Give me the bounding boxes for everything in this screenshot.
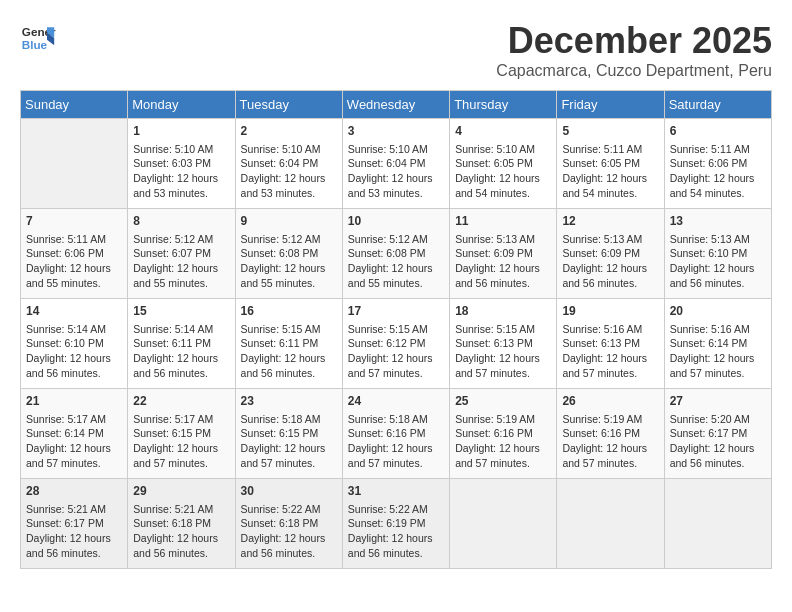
cell-content-line: Sunrise: 5:10 AM <box>348 142 444 157</box>
cell-content-line: and 55 minutes. <box>348 276 444 291</box>
calendar-cell: 29Sunrise: 5:21 AMSunset: 6:18 PMDayligh… <box>128 479 235 569</box>
cell-content-line: Sunset: 6:03 PM <box>133 156 229 171</box>
calendar-cell: 5Sunrise: 5:11 AMSunset: 6:05 PMDaylight… <box>557 119 664 209</box>
cell-content-line: Sunrise: 5:19 AM <box>455 412 551 427</box>
cell-content-line: Sunrise: 5:14 AM <box>26 322 122 337</box>
cell-content-line: and 56 minutes. <box>562 276 658 291</box>
calendar-cell: 20Sunrise: 5:16 AMSunset: 6:14 PMDayligh… <box>664 299 771 389</box>
cell-content-line: Daylight: 12 hours <box>133 171 229 186</box>
day-number: 24 <box>348 393 444 410</box>
cell-content-line: Sunrise: 5:15 AM <box>455 322 551 337</box>
cell-content-line: Daylight: 12 hours <box>26 531 122 546</box>
week-row: 28Sunrise: 5:21 AMSunset: 6:17 PMDayligh… <box>21 479 772 569</box>
logo-icon: General Blue <box>20 20 56 56</box>
calendar-cell: 18Sunrise: 5:15 AMSunset: 6:13 PMDayligh… <box>450 299 557 389</box>
cell-content-line: Sunrise: 5:12 AM <box>241 232 337 247</box>
cell-content-line: Sunrise: 5:16 AM <box>562 322 658 337</box>
day-number: 29 <box>133 483 229 500</box>
day-number: 21 <box>26 393 122 410</box>
cell-content-line: Daylight: 12 hours <box>670 171 766 186</box>
calendar-table: SundayMondayTuesdayWednesdayThursdayFrid… <box>20 90 772 569</box>
cell-content-line: Sunset: 6:14 PM <box>26 426 122 441</box>
day-number: 31 <box>348 483 444 500</box>
cell-content-line: Sunrise: 5:10 AM <box>133 142 229 157</box>
day-number: 12 <box>562 213 658 230</box>
cell-content-line: Sunset: 6:08 PM <box>348 246 444 261</box>
cell-content-line: Sunrise: 5:16 AM <box>670 322 766 337</box>
cell-content-line: Sunrise: 5:22 AM <box>241 502 337 517</box>
cell-content-line: Sunrise: 5:10 AM <box>241 142 337 157</box>
cell-content-line: Daylight: 12 hours <box>670 351 766 366</box>
cell-content-line: Daylight: 12 hours <box>348 171 444 186</box>
cell-content-line: Sunset: 6:06 PM <box>26 246 122 261</box>
calendar-cell: 14Sunrise: 5:14 AMSunset: 6:10 PMDayligh… <box>21 299 128 389</box>
cell-content-line: Daylight: 12 hours <box>133 531 229 546</box>
cell-content-line: and 54 minutes. <box>562 186 658 201</box>
calendar-cell: 6Sunrise: 5:11 AMSunset: 6:06 PMDaylight… <box>664 119 771 209</box>
cell-content-line: and 56 minutes. <box>26 546 122 561</box>
cell-content-line: Sunrise: 5:20 AM <box>670 412 766 427</box>
calendar-cell: 12Sunrise: 5:13 AMSunset: 6:09 PMDayligh… <box>557 209 664 299</box>
cell-content-line: Daylight: 12 hours <box>562 171 658 186</box>
cell-content-line: Sunrise: 5:21 AM <box>133 502 229 517</box>
cell-content-line: Daylight: 12 hours <box>26 261 122 276</box>
calendar-cell: 10Sunrise: 5:12 AMSunset: 6:08 PMDayligh… <box>342 209 449 299</box>
day-number: 15 <box>133 303 229 320</box>
cell-content-line: Daylight: 12 hours <box>241 261 337 276</box>
calendar-cell: 31Sunrise: 5:22 AMSunset: 6:19 PMDayligh… <box>342 479 449 569</box>
cell-content-line: Sunset: 6:04 PM <box>241 156 337 171</box>
cell-content-line: Daylight: 12 hours <box>562 351 658 366</box>
day-header-thursday: Thursday <box>450 91 557 119</box>
cell-content-line: Daylight: 12 hours <box>562 261 658 276</box>
cell-content-line: Sunset: 6:06 PM <box>670 156 766 171</box>
cell-content-line: Daylight: 12 hours <box>348 261 444 276</box>
cell-content-line: and 53 minutes. <box>241 186 337 201</box>
day-number: 20 <box>670 303 766 320</box>
cell-content-line: Daylight: 12 hours <box>241 441 337 456</box>
cell-content-line: Daylight: 12 hours <box>241 531 337 546</box>
calendar-cell: 27Sunrise: 5:20 AMSunset: 6:17 PMDayligh… <box>664 389 771 479</box>
cell-content-line: Sunset: 6:18 PM <box>133 516 229 531</box>
calendar-cell: 28Sunrise: 5:21 AMSunset: 6:17 PMDayligh… <box>21 479 128 569</box>
day-number: 22 <box>133 393 229 410</box>
cell-content-line: and 57 minutes. <box>348 366 444 381</box>
cell-content-line: and 57 minutes. <box>562 456 658 471</box>
calendar-cell: 8Sunrise: 5:12 AMSunset: 6:07 PMDaylight… <box>128 209 235 299</box>
day-number: 2 <box>241 123 337 140</box>
cell-content-line: Daylight: 12 hours <box>348 531 444 546</box>
cell-content-line: Daylight: 12 hours <box>133 441 229 456</box>
cell-content-line: and 53 minutes. <box>348 186 444 201</box>
cell-content-line: Sunset: 6:18 PM <box>241 516 337 531</box>
cell-content-line: Sunset: 6:10 PM <box>670 246 766 261</box>
cell-content-line: Sunrise: 5:15 AM <box>241 322 337 337</box>
cell-content-line: Sunrise: 5:17 AM <box>133 412 229 427</box>
calendar-cell: 26Sunrise: 5:19 AMSunset: 6:16 PMDayligh… <box>557 389 664 479</box>
cell-content-line: Daylight: 12 hours <box>26 351 122 366</box>
cell-content-line: and 56 minutes. <box>455 276 551 291</box>
day-header-tuesday: Tuesday <box>235 91 342 119</box>
cell-content-line: Sunrise: 5:11 AM <box>670 142 766 157</box>
day-number: 18 <box>455 303 551 320</box>
cell-content-line: Sunrise: 5:19 AM <box>562 412 658 427</box>
calendar-cell <box>557 479 664 569</box>
calendar-cell: 2Sunrise: 5:10 AMSunset: 6:04 PMDaylight… <box>235 119 342 209</box>
cell-content-line: Sunset: 6:09 PM <box>562 246 658 261</box>
day-number: 25 <box>455 393 551 410</box>
cell-content-line: and 56 minutes. <box>670 456 766 471</box>
cell-content-line: Sunset: 6:13 PM <box>562 336 658 351</box>
cell-content-line: and 57 minutes. <box>348 456 444 471</box>
cell-content-line: Daylight: 12 hours <box>455 171 551 186</box>
cell-content-line: Daylight: 12 hours <box>241 351 337 366</box>
cell-content-line: Sunset: 6:17 PM <box>670 426 766 441</box>
cell-content-line: and 57 minutes. <box>241 456 337 471</box>
calendar-cell: 16Sunrise: 5:15 AMSunset: 6:11 PMDayligh… <box>235 299 342 389</box>
cell-content-line: and 57 minutes. <box>455 366 551 381</box>
cell-content-line: and 53 minutes. <box>133 186 229 201</box>
cell-content-line: Sunrise: 5:13 AM <box>670 232 766 247</box>
calendar-cell: 1Sunrise: 5:10 AMSunset: 6:03 PMDaylight… <box>128 119 235 209</box>
day-number: 26 <box>562 393 658 410</box>
cell-content-line: Sunrise: 5:14 AM <box>133 322 229 337</box>
calendar-cell: 3Sunrise: 5:10 AMSunset: 6:04 PMDaylight… <box>342 119 449 209</box>
cell-content-line: and 57 minutes. <box>133 456 229 471</box>
cell-content-line: Sunrise: 5:12 AM <box>133 232 229 247</box>
